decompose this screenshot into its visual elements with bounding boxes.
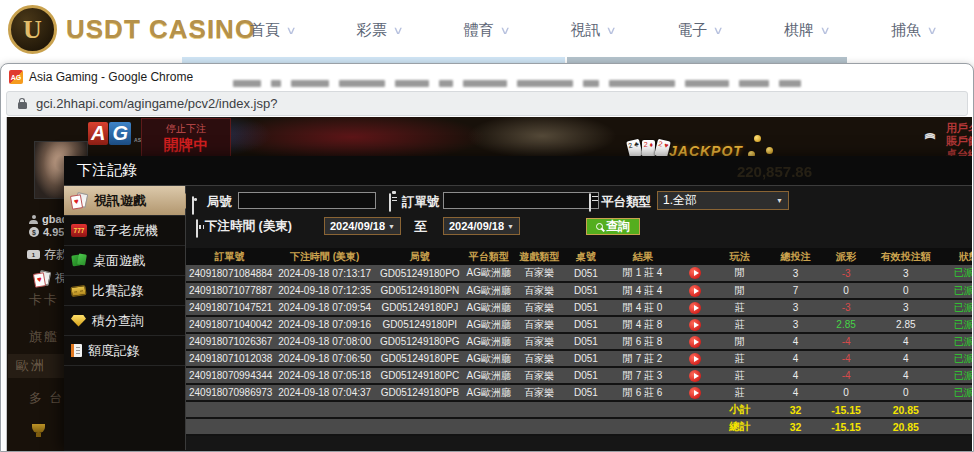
search-button[interactable]: 查詢 bbox=[586, 218, 640, 235]
cell-replay bbox=[678, 401, 712, 418]
nav-item-label: 首頁 bbox=[250, 21, 280, 40]
cell-replay bbox=[678, 384, 712, 401]
cell-time bbox=[273, 418, 376, 435]
replay-button[interactable] bbox=[689, 370, 701, 382]
blurred-text-smudge bbox=[685, 80, 729, 87]
lobby-menu-item[interactable]: 旗艦 bbox=[29, 328, 59, 346]
sidebar-item-cards[interactable]: 視訊遊戲 bbox=[64, 186, 185, 216]
sidebar-item-table[interactable]: 桌面遊戲 bbox=[64, 246, 185, 276]
sidebar-item-ticket[interactable]: 比賽記錄 bbox=[64, 276, 185, 306]
balance-row: $ 4.95 bbox=[29, 226, 64, 238]
nav-item[interactable]: 彩票∨ bbox=[357, 21, 402, 40]
cell-table_no: D051 bbox=[565, 265, 608, 282]
cell-result: 閒 4 莊 8 bbox=[607, 316, 678, 333]
cell-payout: 0 bbox=[824, 282, 869, 299]
lobby-menu-item[interactable]: 歐洲 bbox=[8, 354, 64, 378]
platform-type-label: 平台類型 bbox=[601, 194, 651, 211]
bill-icon: 1 bbox=[27, 250, 40, 259]
doc-icon bbox=[71, 344, 82, 357]
cell-round: GD051249180PO bbox=[376, 265, 463, 282]
window-title: Asia Gaming - Google Chrome bbox=[29, 70, 193, 84]
replay-button[interactable] bbox=[689, 336, 701, 348]
cell-replay bbox=[678, 265, 712, 282]
cell-platform: AG歐洲廳 bbox=[463, 316, 514, 333]
cell-platform: AG歐洲廳 bbox=[463, 282, 514, 299]
bet-records-modal: 下注記錄 220,857.86 視訊遊戲電子老虎機桌面遊戲比賽記錄積分查詢額度記… bbox=[64, 156, 972, 451]
cell-round: GD051249180PN bbox=[376, 282, 463, 299]
cell-payout: -4 bbox=[824, 350, 869, 367]
date-to-value: 2024/09/18 bbox=[449, 220, 504, 232]
sidebar-item-doc[interactable]: 額度記錄 bbox=[64, 336, 185, 366]
cell-payout: -3 bbox=[824, 299, 869, 316]
modal-body: 視訊遊戲電子老虎機桌面遊戲比賽記錄積分查詢額度記錄 局號 訂單號 平台類型 1.… bbox=[64, 186, 972, 450]
ag-favicon-icon: AG bbox=[9, 70, 23, 84]
replay-button[interactable] bbox=[689, 387, 701, 399]
cell-time bbox=[273, 401, 376, 418]
cell-result bbox=[607, 401, 678, 418]
search-button-label: 查詢 bbox=[606, 218, 630, 235]
cell-bet: 3 bbox=[767, 265, 824, 282]
round-number-input[interactable] bbox=[238, 192, 376, 209]
page-content: A G ASIA GAMING 停止下注 開牌中 gbad $ 4.95 1 存… bbox=[2, 117, 972, 451]
blurred-text-smudge bbox=[339, 80, 385, 87]
cell-round: GD051249180PB bbox=[376, 384, 463, 401]
list-icon bbox=[589, 193, 591, 212]
nav-item[interactable]: 電子∨ bbox=[677, 21, 722, 40]
site-logo-icon: U bbox=[8, 5, 57, 54]
date-to-select[interactable]: 2024/09/18 ▼ bbox=[443, 217, 520, 235]
lobby-menu-item[interactable]: 多 台 bbox=[29, 389, 65, 407]
chevron-down-icon: ∨ bbox=[392, 24, 403, 37]
column-header: 派彩 bbox=[824, 248, 869, 265]
sidebar-item-gem[interactable]: 積分查詢 bbox=[64, 306, 185, 336]
address-bar[interactable]: gci.2hhapi.com/agingame/pcv2/index.jsp? bbox=[6, 91, 968, 116]
nav-item[interactable]: 體育∨ bbox=[464, 21, 509, 40]
platform-select[interactable]: 1.全部 ▼ bbox=[657, 191, 789, 210]
cell-time: 2024-09-18 07:09:54 bbox=[273, 299, 376, 316]
nav-item[interactable]: 首頁∨ bbox=[250, 21, 295, 40]
blurred-background-text bbox=[233, 80, 965, 87]
cell-table_no: D051 bbox=[565, 282, 608, 299]
cell-game: 百家樂 bbox=[514, 350, 565, 367]
cell-valid: 0 bbox=[868, 384, 943, 401]
blurred-text-smudge bbox=[271, 80, 281, 87]
cell-status bbox=[943, 418, 972, 435]
cell-platform: AG歐洲廳 bbox=[463, 265, 514, 282]
blurred-text-smudge bbox=[739, 80, 769, 87]
replay-button[interactable] bbox=[689, 267, 701, 279]
column-header: 總投注 bbox=[767, 248, 824, 265]
cell-status: 已派彩 bbox=[943, 316, 972, 333]
deposit-button[interactable]: 1 存款 bbox=[27, 246, 68, 263]
cell-platform: AG歐洲廳 bbox=[463, 299, 514, 316]
cell-game: 百家樂 bbox=[514, 316, 565, 333]
site-logo[interactable]: U USDT CASINO bbox=[8, 5, 256, 54]
cell-game: 百家樂 bbox=[514, 265, 565, 282]
nav-item[interactable]: 棋牌∨ bbox=[784, 21, 829, 40]
replay-button[interactable] bbox=[689, 302, 701, 314]
cell-platform: AG歐洲廳 bbox=[463, 384, 514, 401]
lobby-menu-item[interactable]: 卡卡 bbox=[29, 291, 59, 309]
cell-order bbox=[186, 401, 273, 418]
cell-play: 莊 bbox=[712, 299, 767, 316]
modal-side-menu: 視訊遊戲電子老虎機桌面遊戲比賽記錄積分查詢額度記錄 bbox=[64, 186, 186, 450]
replay-button[interactable] bbox=[689, 353, 701, 365]
chevron-down-icon: ∨ bbox=[926, 24, 937, 37]
column-header: 下注時間 (美東) bbox=[273, 248, 376, 265]
date-from-select[interactable]: 2024/09/18 ▼ bbox=[324, 217, 401, 235]
cell-round: GD051249180PI bbox=[376, 316, 463, 333]
cell-bet: 3 bbox=[767, 316, 824, 333]
video-games-tab-bg[interactable]: 視 bbox=[34, 270, 67, 287]
cell-valid: 20.85 bbox=[868, 401, 943, 418]
nav-item[interactable]: 捕魚∨ bbox=[891, 21, 936, 40]
nav-item[interactable]: 視訊∨ bbox=[570, 21, 615, 40]
coin-icon: $ bbox=[29, 227, 39, 237]
cell-order bbox=[186, 418, 273, 435]
chrome-popup-window: AG Asia Gaming - Google Chrome gci.2hhap… bbox=[0, 63, 974, 452]
replay-button[interactable] bbox=[689, 285, 701, 297]
cell-game: 百家樂 bbox=[514, 384, 565, 401]
nav-item-label: 電子 bbox=[677, 21, 707, 40]
sidebar-item-slot[interactable]: 電子老虎機 bbox=[64, 216, 185, 246]
site-header: U USDT CASINO 首頁∨彩票∨體育∨視訊∨電子∨棋牌∨捕魚∨ bbox=[0, 0, 974, 63]
jackpot-amount: 220,857.86 bbox=[737, 163, 812, 180]
replay-button[interactable] bbox=[689, 319, 701, 331]
order-number-input[interactable] bbox=[443, 192, 599, 209]
